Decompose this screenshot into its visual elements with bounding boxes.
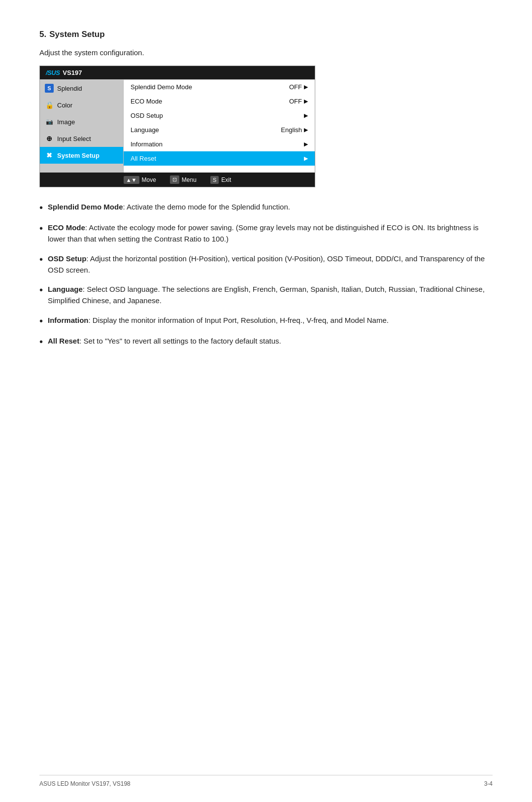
- bottom-btn-menu: ⊡ Menu: [170, 175, 197, 184]
- menu-label-splendid: Splendid: [57, 85, 82, 92]
- option-value-all-reset: ▶: [304, 155, 308, 162]
- footer-right: 3-4: [484, 780, 493, 787]
- menu-label-color: Color: [57, 102, 72, 109]
- bullet-dot: •: [39, 201, 43, 214]
- bullet-list: • Splendid Demo Mode: Activate the demo …: [39, 201, 493, 348]
- list-item-information: • Information: Display the monitor infor…: [39, 314, 493, 327]
- splendid-icon: S: [45, 84, 54, 93]
- option-value-splendid-demo: OFF ▶: [289, 83, 308, 91]
- option-label-eco: ECO Mode: [131, 98, 162, 105]
- monitor-ui: /SUS VS197 S Splendid 🔒 Color 📷: [39, 66, 315, 187]
- color-icon: 🔒: [45, 101, 54, 109]
- bottom-btn-move: ▲▼ Move: [124, 176, 156, 184]
- bullet-text-eco-mode: ECO Mode: Activate the ecology mode for …: [48, 222, 493, 245]
- move-label: Move: [142, 176, 156, 183]
- menu-item-system-setup[interactable]: ✖ System Setup: [40, 147, 123, 164]
- option-label-splendid-demo: Splendid Demo Mode: [131, 83, 192, 91]
- section-title: System Setup: [49, 30, 104, 39]
- exit-label: Exit: [221, 176, 231, 183]
- option-language[interactable]: Language English ▶: [124, 123, 315, 137]
- bullet-dot: •: [39, 335, 43, 348]
- option-label-all-reset: All Reset: [131, 155, 156, 162]
- bullet-text-all-reset: All Reset: Set to "Yes" to revert all se…: [48, 335, 493, 347]
- menu-label-btn: Menu: [182, 176, 197, 183]
- bullet-text-splendid-demo: Splendid Demo Mode: Activate the demo mo…: [48, 201, 493, 212]
- menu-item-input-select[interactable]: ⊕ Input Select: [40, 130, 123, 147]
- bottom-btn-exit: S Exit: [210, 176, 231, 184]
- option-information[interactable]: Information ▶: [124, 137, 315, 151]
- option-empty: [124, 166, 315, 173]
- menu-label-system-setup: System Setup: [57, 152, 100, 159]
- bullet-dot: •: [39, 314, 43, 327]
- menu-icon-btn: ⊡: [170, 175, 179, 184]
- bullet-text-osd-setup: OSD Setup: Adjust the horizontal postiti…: [48, 253, 493, 276]
- move-icon: ▲▼: [124, 176, 139, 184]
- asus-logo: /SUS: [46, 69, 60, 76]
- osd-right-panel: Splendid Demo Mode OFF ▶ ECO Mode OFF ▶ …: [124, 80, 315, 173]
- bullet-text-language: Language: Select OSD language. The selec…: [48, 283, 493, 307]
- system-setup-icon: ✖: [45, 151, 54, 160]
- option-label-osd: OSD Setup: [131, 112, 163, 119]
- option-label-information: Information: [131, 140, 163, 148]
- image-icon: 📷: [45, 117, 54, 126]
- option-eco-mode[interactable]: ECO Mode OFF ▶: [124, 94, 315, 108]
- monitor-model: VS197: [63, 69, 82, 76]
- option-label-language: Language: [131, 126, 159, 134]
- bullet-dot: •: [39, 253, 43, 266]
- exit-icon: S: [210, 176, 219, 184]
- menu-item-image[interactable]: 📷 Image: [40, 113, 123, 130]
- list-item-eco-mode: • ECO Mode: Activate the ecology mode fo…: [39, 222, 493, 245]
- option-value-eco: OFF ▶: [289, 98, 308, 105]
- option-splendid-demo-mode[interactable]: Splendid Demo Mode OFF ▶: [124, 80, 315, 94]
- option-value-information: ▶: [304, 141, 308, 147]
- menu-label-image: Image: [57, 118, 75, 126]
- footer-left: ASUS LED Monitor VS197, VS198: [39, 780, 131, 787]
- option-osd-setup[interactable]: OSD Setup ▶: [124, 108, 315, 123]
- bullet-dot: •: [39, 222, 43, 235]
- bullet-dot: •: [39, 283, 43, 296]
- menu-item-color[interactable]: 🔒 Color: [40, 97, 123, 113]
- option-value-osd: ▶: [304, 112, 308, 119]
- section-description: Adjust the system configuration.: [39, 48, 493, 57]
- input-select-icon: ⊕: [45, 134, 54, 143]
- list-item-language: • Language: Select OSD language. The sel…: [39, 283, 493, 307]
- bullet-text-information: Information: Display the monitor informa…: [48, 314, 493, 326]
- menu-item-splendid[interactable]: S Splendid: [40, 80, 123, 97]
- monitor-bottom-bar: ▲▼ Move ⊡ Menu S Exit: [40, 173, 315, 187]
- option-all-reset[interactable]: All Reset ▶: [124, 151, 315, 166]
- option-value-language: English ▶: [281, 126, 308, 134]
- list-item-splendid-demo: • Splendid Demo Mode: Activate the demo …: [39, 201, 493, 214]
- list-item-all-reset: • All Reset: Set to "Yes" to revert all …: [39, 335, 493, 348]
- page-footer: ASUS LED Monitor VS197, VS198 3-4: [39, 775, 493, 787]
- section-number: 5.: [39, 30, 46, 39]
- menu-label-input-select: Input Select: [57, 135, 91, 142]
- list-item-osd-setup: • OSD Setup: Adjust the horizontal posti…: [39, 253, 493, 276]
- osd-left-menu: S Splendid 🔒 Color 📷 Image ⊕ Input Selec…: [40, 80, 124, 173]
- monitor-title-bar: /SUS VS197: [40, 66, 315, 79]
